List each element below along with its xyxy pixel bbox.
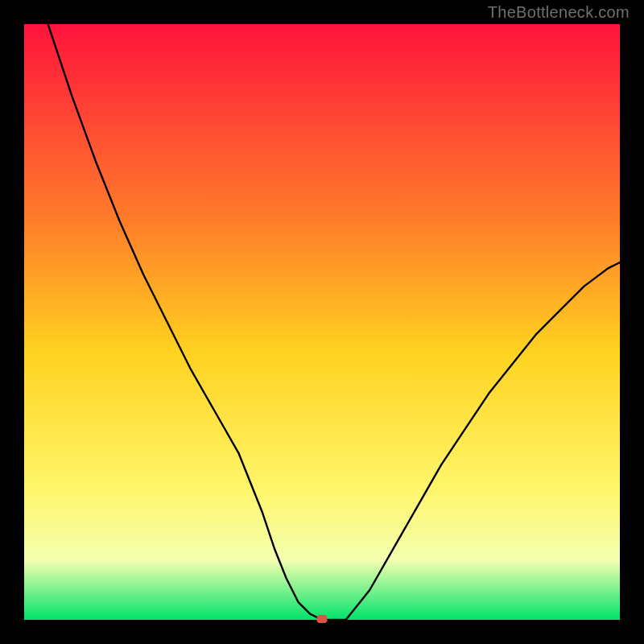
plot-background (24, 24, 620, 620)
optimum-marker (317, 615, 328, 623)
chart-container: { "watermark": "TheBottleneck.com", "cha… (0, 0, 644, 644)
bottleneck-chart (0, 0, 644, 644)
watermark-label: TheBottleneck.com (488, 3, 630, 22)
